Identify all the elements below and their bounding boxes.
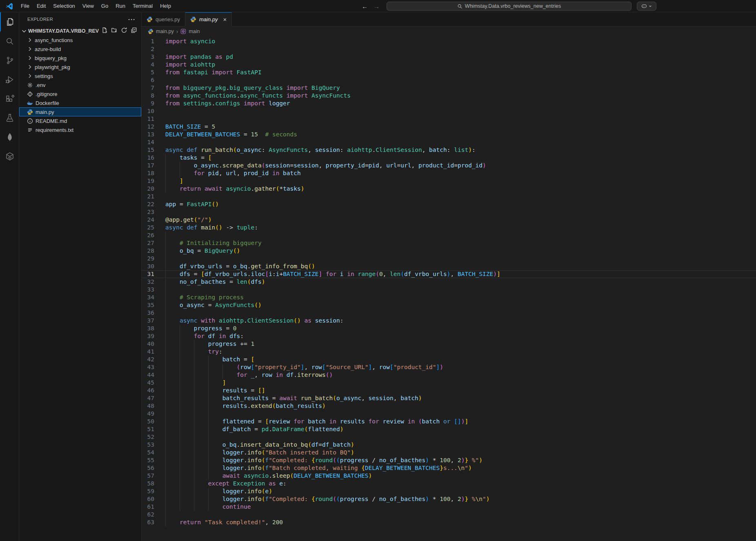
line-number[interactable]: 24 [142,216,154,224]
code-line[interactable]: 35o_async = AsyncFuncts() [142,301,756,309]
code-line[interactable]: 8from async_functions.async_functs impor… [142,92,756,100]
code-line[interactable]: 43(row["property_id"], row["Source_URL"]… [142,363,756,371]
line-number[interactable]: 30 [142,263,154,270]
folder-item-async-functions[interactable]: async_functions [19,36,141,45]
beaker-icon[interactable] [0,108,19,127]
line-number[interactable]: 45 [142,379,154,387]
code-line[interactable]: 63return "Task completed!", 200 [142,519,756,526]
line-number[interactable]: 16 [142,154,154,162]
code-line[interactable]: 15async def run_batch(o_async: AsyncFunc… [142,146,756,154]
code-line[interactable]: 30df_vrbo_urls = o_bq.get_info_from_bq() [142,263,756,270]
code-line[interactable]: 11 [142,115,756,123]
line-number[interactable]: 61 [142,503,154,511]
breadcrumb-file[interactable]: main.py [156,29,174,34]
code-line[interactable]: 31dfs = [df_vrbo_urls.iloc[i:i+BATCH_SIZ… [142,270,756,278]
code-line[interactable]: 13DELAY_BETWEEN_BATCHES = 15 # seconds [142,131,756,138]
code-line[interactable]: 20return await asyncio.gather(*tasks) [142,185,756,193]
menu-item-selection[interactable]: Selection [49,2,78,11]
code-line[interactable]: 57await asyncio.sleep(DELAY_BETWEEN_BATC… [142,472,756,480]
new-folder-icon[interactable] [111,27,118,35]
line-number[interactable]: 37 [142,317,154,325]
line-number[interactable]: 5 [142,69,154,76]
code-line[interactable]: 52 [142,433,756,441]
file-item-requirements-txt[interactable]: requirements.txt [19,125,141,134]
line-number[interactable]: 6 [142,76,154,84]
code-line[interactable]: 9from settings.configs import logger [142,100,756,107]
code-line[interactable]: 36 [142,309,756,317]
line-number[interactable]: 8 [142,92,154,100]
code-line[interactable]: 40progress += 1 [142,340,756,348]
file-item-readme-md[interactable]: README.md [19,116,141,125]
line-number[interactable]: 23 [142,208,154,216]
code-line[interactable]: 1import asyncio [142,38,756,45]
menu-item-file[interactable]: File [17,2,33,11]
code-line[interactable]: 47batch_results = await run_batch(o_asyn… [142,394,756,402]
explorer-more-actions-icon[interactable]: ··· [128,16,136,23]
code-line[interactable]: 4import aiohttp [142,61,756,69]
code-line[interactable]: 50flattened = [review for batch in resul… [142,418,756,425]
code-line[interactable]: 14 [142,138,756,146]
file-item-dockerfile[interactable]: Dockerfile [19,98,141,107]
folder-item-playwright-pkg[interactable]: playwright_pkg [19,62,141,71]
run-debug-icon[interactable] [0,70,19,89]
line-number[interactable]: 36 [142,309,154,317]
code-line[interactable]: 34# Scraping process [142,294,756,301]
menu-item-view[interactable]: View [79,2,98,11]
line-number[interactable]: 43 [142,363,154,371]
code-line[interactable]: 19] [142,177,756,185]
new-file-icon[interactable] [101,27,108,35]
forward-arrow-icon[interactable]: → [374,3,380,10]
code-line[interactable]: 27# Initializing bigquery [142,239,756,247]
line-number[interactable]: 54 [142,449,154,456]
line-number[interactable]: 55 [142,456,154,464]
code-line[interactable]: 16tasks = [ [142,154,756,162]
line-number[interactable]: 9 [142,100,154,107]
code-line[interactable]: 10 [142,107,756,115]
line-number[interactable]: 18 [142,169,154,177]
line-number[interactable]: 27 [142,239,154,247]
line-number[interactable]: 51 [142,425,154,433]
code-line[interactable]: 53o_bq.insert_data_into_bq(df=df_batch) [142,441,756,449]
menu-item-run[interactable]: Run [112,2,129,11]
copilot-button[interactable] [637,2,656,11]
line-number[interactable]: 12 [142,123,154,131]
line-number[interactable]: 22 [142,200,154,208]
line-number[interactable]: 19 [142,177,154,185]
close-icon[interactable]: × [223,16,227,23]
line-number[interactable]: 60 [142,495,154,503]
code-line[interactable]: 42batch = [ [142,356,756,363]
code-line[interactable]: 45] [142,379,756,387]
line-number[interactable]: 17 [142,162,154,169]
line-number[interactable]: 35 [142,301,154,309]
file-item--gitignore[interactable]: .gitignore [19,89,141,98]
line-number[interactable]: 10 [142,107,154,115]
code-line[interactable]: 55logger.info(f"Completed: {round((progr… [142,456,756,464]
tab-main-py[interactable]: main.py× [185,12,232,26]
breadcrumb-symbol[interactable]: main [189,29,200,34]
code-line[interactable]: 24@app.get("/") [142,216,756,224]
code-line[interactable]: 49 [142,410,756,418]
tab-queries-py[interactable]: queries.py [142,12,185,26]
line-number[interactable]: 52 [142,433,154,441]
code-line[interactable]: 59logger.info(e) [142,488,756,495]
code-line[interactable]: 17o_async.scrape_data(session=session, p… [142,162,756,169]
line-number[interactable]: 56 [142,464,154,472]
files-icon[interactable] [0,12,19,31]
menu-item-edit[interactable]: Edit [33,2,49,11]
code-line[interactable]: 48results.extend(batch_results) [142,402,756,410]
line-number[interactable]: 20 [142,185,154,193]
line-number[interactable]: 31 [142,270,154,278]
code-line[interactable]: 2 [142,45,756,53]
line-number[interactable]: 59 [142,488,154,495]
line-number[interactable]: 2 [142,45,154,53]
line-number[interactable]: 58 [142,480,154,488]
extensions-icon[interactable] [0,89,19,108]
collapse-all-icon[interactable] [131,27,137,35]
line-number[interactable]: 25 [142,224,154,232]
line-number[interactable]: 15 [142,146,154,154]
line-number[interactable]: 46 [142,387,154,394]
code-editor[interactable]: 1import asyncio23import pandas as pd4imp… [142,36,756,541]
code-line[interactable]: 37async with aiohttp.ClientSession() as … [142,317,756,325]
code-line[interactable]: 18for pid, url, prod_id in batch [142,169,756,177]
code-line[interactable]: 26 [142,232,756,239]
